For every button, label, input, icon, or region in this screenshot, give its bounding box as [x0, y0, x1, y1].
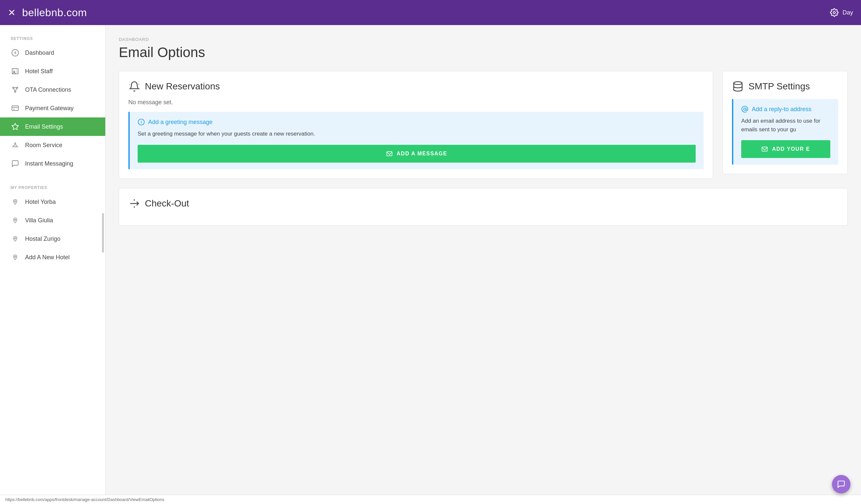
- svg-point-13: [14, 256, 16, 257]
- main-content: DASHBOARD Email Options New Reservations…: [106, 25, 861, 495]
- topbar-day-label: Day: [843, 9, 853, 16]
- sidebar-item-label: Hostal Zurigo: [25, 236, 60, 242]
- topbar-right: Day: [830, 8, 853, 17]
- smtp-settings-card: SMTP Settings Add a reply-to address Add…: [722, 71, 848, 174]
- email-settings-icon: [11, 122, 20, 131]
- sidebar-item-email-settings[interactable]: Email Settings: [0, 117, 105, 136]
- property-icon: [11, 197, 20, 207]
- site-title: bellebnb.com: [22, 6, 87, 19]
- payment-icon: [11, 103, 20, 113]
- breadcrumb: DASHBOARD: [119, 37, 848, 42]
- sidebar-item-label: Payment Gateway: [25, 105, 73, 112]
- sidebar-item-instant-messaging[interactable]: Instant Messaging: [0, 154, 105, 173]
- topbar: ✕ bellebnb.com Day: [0, 0, 861, 25]
- checkout-card: Check-Out: [119, 188, 848, 226]
- smtp-card-title: SMTP Settings: [749, 81, 810, 92]
- svg-point-2: [15, 53, 15, 53]
- sidebar-item-label: Hotel Yorba: [25, 199, 56, 206]
- at-icon: [741, 106, 749, 113]
- svg-point-10: [14, 200, 16, 202]
- info-box: Add a greeting message Set a greeting me…: [128, 112, 703, 169]
- smtp-info-text: Add an email address to use for emails s…: [741, 117, 830, 134]
- info-box-header: Add a greeting message: [138, 118, 696, 126]
- properties-section-label: MY PROPERTIES: [0, 179, 105, 193]
- sidebar-item-payment[interactable]: Payment Gateway: [0, 99, 105, 117]
- sidebar: SETTINGS Dashboard: [0, 25, 106, 495]
- card-header: New Reservations: [128, 81, 703, 92]
- smtp-info-link[interactable]: Add a reply-to address: [752, 106, 811, 113]
- sidebar-scrollbar[interactable]: [102, 213, 104, 253]
- chat-fab-button[interactable]: [832, 475, 850, 493]
- sidebar-item-label: Hotel Staff: [25, 68, 53, 75]
- svg-point-19: [743, 108, 746, 110]
- info-link[interactable]: Add a greeting message: [148, 119, 213, 126]
- dashboard-icon: [11, 48, 20, 57]
- property-icon: [11, 234, 20, 243]
- card-title: New Reservations: [145, 81, 220, 92]
- no-message-text: No message set.: [128, 99, 703, 106]
- sidebar-item-hostal-zurigo[interactable]: Hostal Zurigo: [0, 229, 105, 248]
- sidebar-item-label: Add A New Hotel: [25, 254, 70, 261]
- svg-point-4: [14, 71, 15, 72]
- svg-point-11: [14, 219, 16, 221]
- svg-point-18: [734, 82, 742, 85]
- bell-icon: [128, 81, 140, 92]
- new-reservations-card: New Reservations No message set. Add a g…: [119, 71, 713, 179]
- add-message-label: ADD A MESSAGE: [397, 151, 447, 157]
- smtp-info-box: Add a reply-to address Add an email addr…: [732, 99, 838, 165]
- sidebar-item-hotel-yorba[interactable]: Hotel Yorba: [0, 193, 105, 211]
- add-email-button[interactable]: ADD YOUR E: [741, 140, 830, 158]
- sidebar-item-label: Villa Giulia: [25, 217, 53, 224]
- status-url: https://bellebnb.com/apps/frontdesk/mana…: [5, 497, 164, 502]
- info-circle-icon: [138, 118, 145, 126]
- messaging-icon: [11, 159, 20, 168]
- svg-marker-9: [12, 123, 18, 130]
- sidebar-item-add-hotel[interactable]: Add A New Hotel: [0, 248, 105, 267]
- sidebar-item-label: Email Settings: [25, 123, 63, 130]
- add-message-button[interactable]: ADD A MESSAGE: [138, 145, 696, 163]
- svg-point-7: [14, 91, 16, 92]
- add-email-label: ADD YOUR E: [772, 146, 810, 152]
- svg-point-0: [833, 12, 836, 14]
- envelope-icon: [761, 146, 768, 152]
- svg-rect-17: [387, 151, 392, 156]
- sidebar-item-label: OTA Connections: [25, 86, 71, 93]
- connections-icon: [11, 85, 20, 94]
- envelope-icon: [386, 151, 393, 156]
- smtp-info-header: Add a reply-to address: [741, 106, 830, 113]
- chat-icon: [837, 480, 846, 489]
- page-title: Email Options: [119, 44, 848, 60]
- sidebar-item-ota[interactable]: OTA Connections: [0, 81, 105, 99]
- sidebar-item-label: Dashboard: [25, 50, 54, 56]
- sidebar-item-hotel-staff[interactable]: Hotel Staff: [0, 62, 105, 81]
- property-icon: [11, 216, 20, 225]
- svg-rect-8: [12, 106, 18, 111]
- checkout-icon: [128, 198, 140, 209]
- room-service-icon: [11, 141, 20, 150]
- sidebar-item-label: Instant Messaging: [25, 160, 73, 167]
- sidebar-item-label: Room Service: [25, 142, 63, 149]
- statusbar: https://bellebnb.com/apps/frontdesk/mana…: [0, 495, 861, 504]
- info-box-text: Set a greeting message for when your gue…: [138, 130, 696, 138]
- smtp-card-header: SMTP Settings: [732, 81, 838, 92]
- gear-icon[interactable]: [830, 8, 838, 17]
- checkout-title: Check-Out: [145, 198, 189, 209]
- close-button[interactable]: ✕: [8, 7, 15, 18]
- staff-icon: [11, 67, 20, 76]
- database-icon: [732, 81, 744, 92]
- layout: SETTINGS Dashboard: [0, 25, 861, 495]
- svg-point-12: [14, 237, 16, 239]
- sidebar-item-room-service[interactable]: Room Service: [0, 136, 105, 154]
- add-hotel-icon: [11, 253, 20, 262]
- sidebar-item-villa-giulia[interactable]: Villa Giulia: [0, 211, 105, 229]
- cards-row: New Reservations No message set. Add a g…: [119, 71, 848, 179]
- svg-rect-20: [762, 147, 767, 151]
- sidebar-item-dashboard[interactable]: Dashboard: [0, 44, 105, 62]
- settings-section-label: SETTINGS: [0, 30, 105, 44]
- checkout-header: Check-Out: [128, 198, 838, 209]
